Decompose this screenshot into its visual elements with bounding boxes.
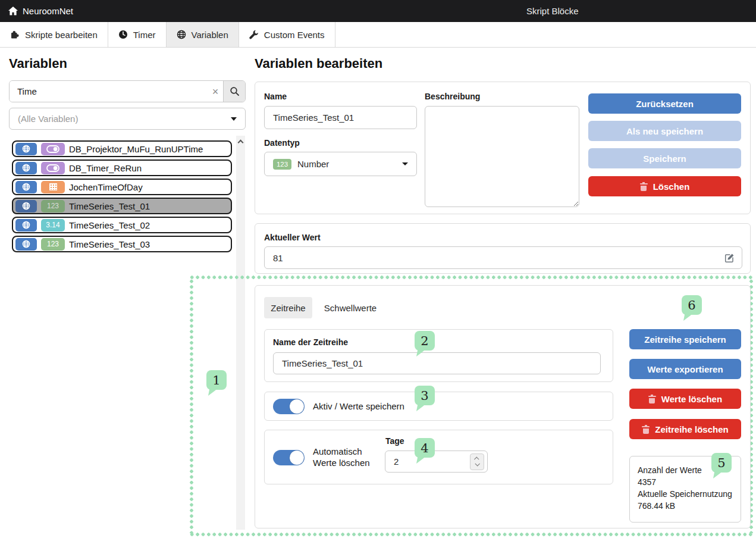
list-item-variable[interactable]: DB_Timer_ReRun — [12, 159, 232, 176]
edit-value-button[interactable] — [724, 253, 735, 263]
annotation-dotted-border-top — [189, 275, 754, 280]
trash-icon — [648, 395, 656, 404]
search-icon — [230, 86, 240, 96]
auto-delete-toggle[interactable] — [273, 450, 305, 465]
globe-badge-icon — [15, 143, 37, 155]
save-as-new-button[interactable]: Als neu speichern — [588, 121, 741, 141]
annotation-marker-5: 5 — [711, 453, 732, 473]
clear-search-icon[interactable]: × — [208, 81, 223, 102]
variable-name: DB_Projektor_MuFu_RunUPTime — [69, 144, 203, 154]
annotation-marker-1: 1 — [206, 370, 227, 390]
delete-variable-button[interactable]: Löschen — [588, 176, 741, 196]
trash-icon — [642, 425, 650, 434]
current-value-field: 81 — [264, 246, 742, 269]
list-scrollbar[interactable] — [236, 136, 245, 530]
name-input[interactable] — [264, 106, 417, 129]
timeseries-name-input[interactable] — [273, 352, 601, 374]
globe-badge-icon — [15, 200, 37, 212]
annotation-dotted-border-bottom — [189, 532, 754, 537]
globe-badge-icon — [15, 181, 37, 193]
number-stepper[interactable] — [470, 453, 484, 470]
scroll-up-arrow-icon[interactable] — [238, 140, 244, 146]
brand-home-link[interactable]: NeuroomNet — [8, 6, 73, 16]
annotation-marker-6: 6 — [682, 295, 702, 315]
tab-timer[interactable]: Timer — [108, 22, 167, 47]
variable-filter-dropdown[interactable]: (Alle Variablen) — [9, 108, 246, 130]
annotation-marker-3: 3 — [415, 386, 435, 405]
variable-editor-card: Name Datentyp 123 Number Beschreibung Zu… — [255, 82, 751, 214]
search-button[interactable] — [223, 81, 245, 102]
toggle-type-badge-icon — [41, 143, 65, 155]
name-label: Name — [264, 92, 287, 101]
current-value-card: Aktueller Wert 81 — [255, 223, 751, 274]
save-timeseries-button[interactable]: Zeitreihe speichern — [629, 329, 741, 349]
save-button[interactable]: Speichern — [588, 148, 741, 168]
list-item-variable-selected[interactable]: 123 TimeSeries_Test_01 — [12, 198, 232, 214]
value-count: 4357 — [638, 476, 737, 488]
stepper-down-icon[interactable] — [475, 461, 479, 466]
chevron-down-icon — [231, 117, 237, 121]
auto-delete-card: Automatisch Werte löschen Tage 2 — [264, 430, 613, 484]
module-tabbar: Skripte bearbeiten Timer Variablen Custo… — [0, 22, 756, 48]
delete-timeseries-button[interactable]: Zeitreihe löschen — [629, 419, 741, 439]
timeseries-card: Zeitreihe Schwellwerte Name der Zeitreih… — [255, 285, 751, 528]
variable-name: TimeSeries_Test_03 — [69, 239, 150, 249]
active-toggle-label: Aktiv / Werte speichern — [313, 401, 404, 411]
chevron-down-icon — [402, 162, 408, 165]
toggle-type-badge-icon — [41, 162, 65, 174]
tab-label: Custom Events — [264, 30, 325, 40]
tab-custom-events[interactable]: Custom Events — [239, 22, 335, 47]
variable-search: × — [9, 80, 246, 102]
storage-usage-label: Aktuelle Speichernutzung — [638, 488, 737, 500]
globe-badge-icon — [15, 162, 37, 174]
variable-name: JochenTimeOfDay — [69, 182, 143, 192]
search-input[interactable] — [10, 81, 208, 102]
list-item-variable[interactable]: JochenTimeOfDay — [12, 179, 232, 195]
puzzle-icon — [10, 30, 20, 39]
days-value: 2 — [385, 456, 399, 467]
active-toggle-card: Aktiv / Werte speichern — [264, 392, 613, 421]
tab-schwellwerte[interactable]: Schwellwerte — [318, 297, 383, 318]
datatype-dropdown[interactable]: 123 Number — [264, 152, 417, 176]
list-item-variable[interactable]: 3.14 TimeSeries_Test_02 — [12, 217, 232, 233]
globe-badge-icon — [15, 238, 37, 251]
variable-name: TimeSeries_Test_01 — [69, 201, 150, 211]
globe-icon — [177, 30, 186, 39]
annotation-marker-2: 2 — [415, 331, 435, 351]
list-item-variable[interactable]: DB_Projektor_MuFu_RunUPTime — [12, 140, 232, 157]
variable-name: DB_Timer_ReRun — [69, 163, 142, 173]
description-textarea[interactable] — [425, 106, 579, 207]
variable-list: DB_Projektor_MuFu_RunUPTime DB_Timer_ReR… — [12, 140, 232, 255]
editor-title: Variablen bearbeiten — [255, 56, 382, 71]
tab-zeitreihe[interactable]: Zeitreihe — [264, 297, 312, 318]
brand-label: NeuroomNet — [23, 6, 73, 16]
list-item-variable[interactable]: 123 TimeSeries_Test_03 — [12, 236, 232, 252]
tab-skripte-bearbeiten[interactable]: Skripte bearbeiten — [0, 22, 108, 47]
export-values-button[interactable]: Werte exportieren — [629, 359, 741, 379]
reset-button[interactable]: Zurücksetzen — [588, 93, 741, 114]
auto-delete-toggle-label: Automatisch Werte löschen — [313, 446, 387, 468]
page-title: Skript Blöcke — [526, 0, 579, 22]
days-number-input[interactable]: 2 — [385, 451, 488, 473]
home-icon — [8, 7, 18, 15]
active-toggle[interactable] — [273, 399, 305, 414]
number-type-badge: 123 — [41, 200, 65, 212]
annotation-marker-4: 4 — [415, 438, 435, 458]
app-window: NeuroomNet Skript Blöcke Skripte bearbei… — [0, 0, 756, 538]
current-value: 81 — [265, 253, 283, 263]
annotation-dotted-border-left — [189, 279, 194, 533]
filter-selected-value: (Alle Variablen) — [18, 114, 78, 124]
float-type-badge: 3.14 — [41, 219, 65, 232]
delete-values-button[interactable]: Werte löschen — [629, 389, 741, 409]
trash-icon — [640, 182, 648, 191]
tab-label: Skripte bearbeiten — [25, 30, 98, 40]
top-navigation-bar: NeuroomNet Skript Blöcke — [0, 0, 756, 22]
sidebar-title: Variablen — [9, 56, 67, 71]
timeseries-name-card: Name der Zeitreihe — [264, 329, 613, 382]
tab-label: Timer — [133, 30, 156, 40]
datatype-selected-value: Number — [297, 159, 329, 169]
number-type-badge: 123 — [41, 238, 65, 251]
grid-type-badge-icon — [41, 181, 65, 193]
tab-label: Variablen — [192, 30, 228, 40]
tab-variablen[interactable]: Variablen — [167, 22, 239, 47]
